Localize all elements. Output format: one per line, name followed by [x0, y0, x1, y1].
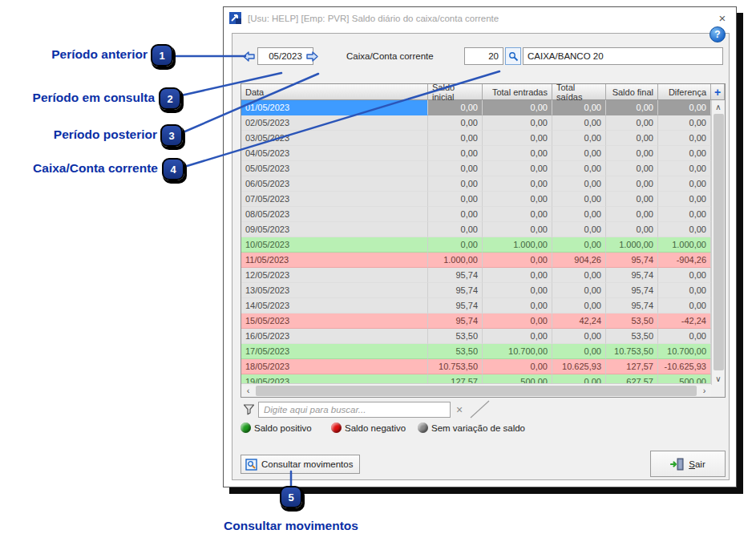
date-cell: 11/05/2023	[241, 253, 428, 268]
consult-movements-button[interactable]: Consultar movimentos	[241, 455, 360, 474]
consult-movements-label: Consultar movimentos	[261, 459, 353, 469]
daily-balance-grid: DataSaldo inicialTotal entradasTotal saí…	[241, 83, 726, 398]
table-row[interactable]: 15/05/202395,740,0042,2453,50-42,24	[241, 313, 711, 329]
value-cell: 1.000,00	[483, 237, 552, 253]
search-input[interactable]	[258, 402, 451, 418]
value-cell: 0,00	[658, 207, 711, 222]
column-header[interactable]: Data	[241, 84, 428, 100]
table-row[interactable]: 02/05/20230,000,000,000,000,00	[241, 115, 711, 131]
close-icon[interactable]: ×	[709, 8, 736, 28]
value-cell: -10.625,93	[658, 359, 711, 374]
table-row[interactable]: 09/05/20230,000,000,000,000,00	[241, 222, 711, 237]
value-cell: 0,00	[552, 146, 606, 161]
account-name-input[interactable]	[523, 47, 723, 65]
value-cell: 0,00	[658, 329, 711, 344]
table-row[interactable]: 18/05/202310.753,500,0010.625,93127,57-1…	[241, 359, 711, 374]
value-cell: 53,50	[606, 329, 658, 344]
vertical-scroll-thumb[interactable]	[714, 114, 724, 370]
column-header[interactable]: Diferença	[658, 84, 711, 100]
value-cell: 127,57	[606, 359, 658, 374]
dialog-window: [Usu: HELP] [Emp: PVR] Saldo diário do c…	[223, 6, 737, 487]
account-code-input[interactable]	[464, 47, 503, 65]
value-cell: 0,00	[428, 222, 483, 237]
value-cell: 0,00	[483, 268, 552, 283]
value-cell: 0,00	[428, 115, 483, 131]
value-cell: 0,00	[606, 222, 658, 237]
date-cell: 17/05/2023	[241, 344, 428, 359]
table-row[interactable]: 04/05/20230,000,000,000,000,00	[241, 146, 711, 161]
vertical-scrollbar[interactable]: ∧ ∨	[711, 100, 725, 385]
table-row[interactable]: 16/05/202353,500,000,0053,500,00	[241, 329, 711, 344]
value-cell: 0,00	[552, 329, 606, 344]
date-cell: 02/05/2023	[241, 115, 428, 131]
value-cell: 0,00	[483, 329, 552, 344]
value-cell: 0,00	[552, 207, 606, 222]
date-cell: 18/05/2023	[241, 359, 428, 374]
value-cell: 10.753,50	[428, 359, 483, 374]
value-cell: 0,00	[428, 207, 483, 222]
table-row[interactable]: 13/05/202395,740,000,0095,740,00	[241, 283, 711, 298]
table-row[interactable]: 12/05/202395,740,000,0095,740,00	[241, 268, 711, 283]
column-header[interactable]: Saldo inicial	[428, 84, 483, 100]
value-cell: 0,00	[658, 268, 711, 283]
value-cell: 0,00	[428, 176, 483, 192]
scroll-down-icon[interactable]: ∨	[712, 372, 725, 385]
horizontal-scroll-thumb[interactable]	[256, 386, 697, 396]
column-header[interactable]: Total saídas	[552, 84, 606, 100]
window-title: [Usu: HELP] [Emp: PVR] Saldo diário do c…	[248, 14, 709, 23]
app-icon	[229, 12, 241, 24]
title-bar[interactable]: [Usu: HELP] [Emp: PVR] Saldo diário do c…	[224, 7, 736, 29]
date-cell: 04/05/2023	[241, 146, 428, 161]
filter-tab-edge	[468, 400, 492, 419]
annotation-badge-3: 3	[160, 124, 183, 147]
table-row[interactable]: 08/05/20230,000,000,000,000,00	[241, 207, 711, 222]
next-period-arrow-icon[interactable]	[305, 50, 319, 63]
table-row[interactable]: 14/05/202395,740,000,0095,740,00	[241, 298, 711, 313]
value-cell: 0,00	[658, 161, 711, 176]
value-cell: 0,00	[658, 192, 711, 207]
exit-button[interactable]: Sair	[650, 451, 726, 477]
table-row[interactable]: 03/05/20230,000,000,000,000,00	[241, 131, 711, 146]
add-column-button[interactable]: +	[711, 84, 725, 100]
clear-search-icon[interactable]: ×	[451, 402, 468, 418]
help-icon[interactable]: ?	[710, 26, 726, 42]
value-cell: 0,00	[658, 131, 711, 146]
value-cell: 0,00	[483, 298, 552, 313]
account-lookup-button[interactable]	[505, 47, 521, 65]
date-cell: 05/05/2023	[241, 161, 428, 176]
scroll-left-icon[interactable]: ‹	[241, 385, 255, 397]
table-row[interactable]: 11/05/20231.000,000,00904,2695,74-904,26	[241, 253, 711, 268]
column-header[interactable]: Total entradas	[483, 84, 552, 100]
table-row[interactable]: 10/05/20230,001.000,000,001.000,001.000,…	[241, 237, 711, 253]
value-cell: 95,74	[428, 298, 483, 313]
scroll-right-icon[interactable]: ›	[697, 385, 711, 397]
legend-label: Saldo positivo	[254, 423, 312, 433]
value-cell: 95,74	[606, 268, 658, 283]
value-cell: 0,00	[483, 359, 552, 374]
value-cell: 42,24	[552, 313, 606, 329]
scroll-up-icon[interactable]: ∧	[712, 100, 725, 113]
value-cell: 53,50	[428, 344, 483, 359]
value-cell: 0,00	[428, 192, 483, 207]
table-row[interactable]: 07/05/20230,000,000,000,000,00	[241, 192, 711, 207]
value-cell: 0,00	[552, 283, 606, 298]
annotation-badge-4: 4	[162, 158, 184, 180]
legend-item-positive: Saldo positivo	[241, 423, 312, 433]
value-cell: 0,00	[606, 207, 658, 222]
table-row[interactable]: 17/05/202353,5010.700,000,0010.753,5010.…	[241, 344, 711, 359]
value-cell: 0,00	[552, 131, 606, 146]
annotation-caixa-conta-corrente: Caixa/Conta corrente	[0, 161, 158, 176]
value-cell: 0,00	[606, 131, 658, 146]
date-cell: 06/05/2023	[241, 176, 428, 192]
previous-period-arrow-icon[interactable]	[242, 50, 256, 63]
value-cell: 95,74	[606, 253, 658, 268]
value-cell: 0,00	[658, 283, 711, 298]
filter-funnel-icon	[243, 403, 255, 415]
horizontal-scrollbar[interactable]: ‹ ›	[241, 383, 711, 397]
table-row[interactable]: 06/05/20230,000,000,000,000,00	[241, 176, 711, 192]
table-row[interactable]: 05/05/20230,000,000,000,000,00	[241, 161, 711, 176]
value-cell: 0,00	[658, 115, 711, 131]
column-header[interactable]: Saldo final	[606, 84, 658, 100]
table-row[interactable]: 01/05/20230,000,000,000,000,00	[241, 100, 711, 115]
value-cell: 95,74	[428, 268, 483, 283]
